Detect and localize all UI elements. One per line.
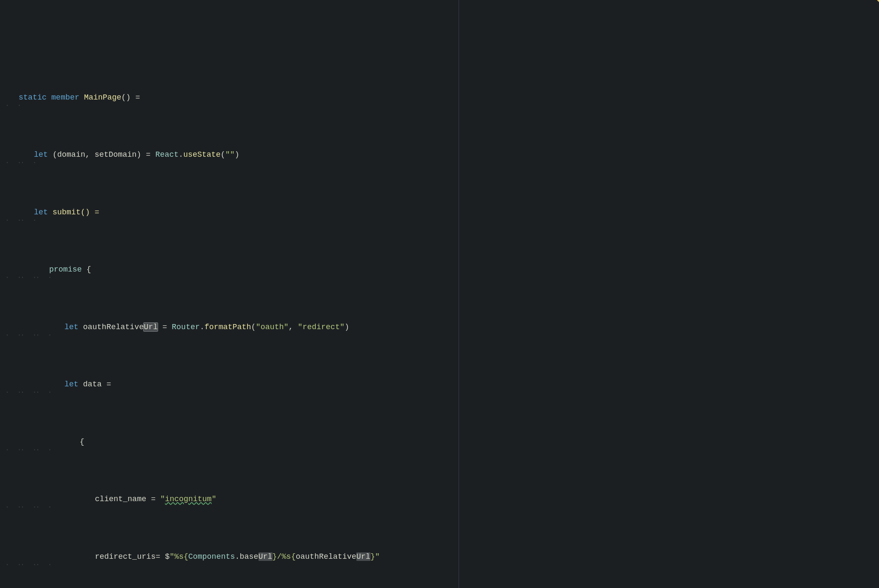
code-line[interactable]: let data =: [3, 379, 879, 390]
keyword: member: [51, 93, 79, 102]
code-line[interactable]: let (domain, setDomain) = React.useState…: [3, 149, 879, 161]
code-line[interactable]: let submit() =: [3, 207, 879, 218]
code-line[interactable]: {: [3, 436, 879, 448]
selection-primary: Url: [144, 323, 158, 331]
code-area[interactable]: static member MainPage() = let (domain, …: [0, 46, 879, 588]
code-editor[interactable]: static member MainPage() = let (domain, …: [0, 0, 879, 588]
selection-match: Url: [356, 552, 370, 561]
code-line[interactable]: static member MainPage() =: [3, 92, 879, 103]
spell-warning: incognitum: [165, 495, 211, 503]
code-line[interactable]: promise {: [3, 264, 879, 275]
identifier: MainPage: [84, 93, 121, 102]
punct: () =: [121, 93, 140, 102]
code-line[interactable]: client_name = "incognitum": [3, 494, 879, 505]
selection-match: Url: [259, 552, 273, 561]
warning-indicator-icon: [877, 0, 879, 4]
code-line[interactable]: redirect_uris= $"%s{Components.baseUrl}/…: [3, 551, 879, 563]
code-line[interactable]: let oauthRelativeUrl = Router.formatPath…: [3, 322, 879, 333]
